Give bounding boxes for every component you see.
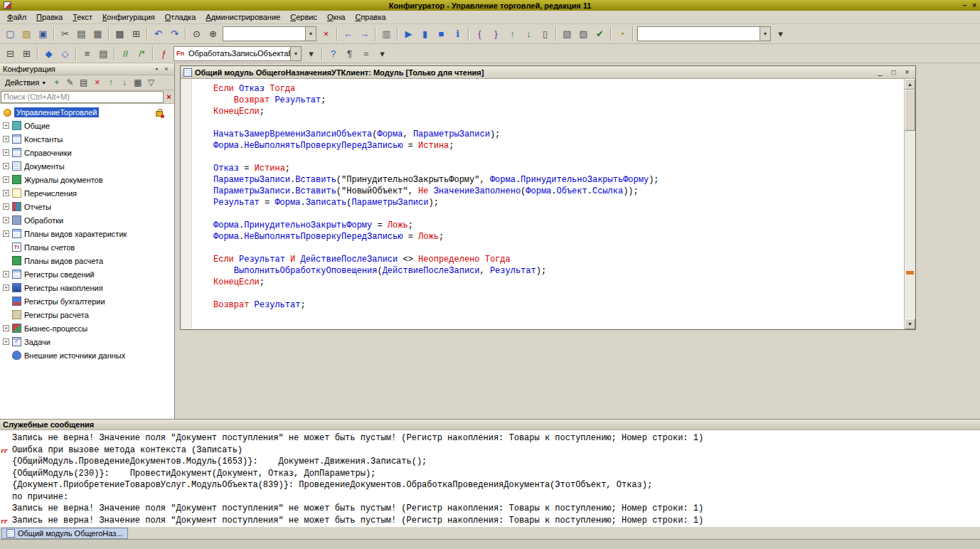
events-icon[interactable]: ≈: [358, 46, 374, 61]
expander-icon[interactable]: +: [3, 203, 9, 210]
pin-icon[interactable]: ▪: [151, 65, 161, 74]
debug-pause-icon[interactable]: ▮: [417, 26, 433, 42]
procedures-list-icon[interactable]: ¶: [341, 46, 358, 61]
print-preview-icon[interactable]: ⊞: [128, 26, 144, 42]
delete-icon[interactable]: ×: [90, 76, 104, 89]
template-icon[interactable]: ▧: [559, 26, 575, 42]
bookmark-icon[interactable]: ◆: [41, 46, 57, 61]
tree-item[interactable]: +Бизнес-процессы: [0, 321, 174, 335]
chevron-down-icon[interactable]: ▼: [305, 27, 316, 41]
quick-search-combo[interactable]: ▼: [223, 26, 316, 41]
proc-close-icon[interactable]: }: [488, 26, 504, 42]
goto-definition-icon[interactable]: ƒ: [156, 46, 172, 61]
debug-start-icon[interactable]: ▶: [400, 26, 417, 42]
editor-close-button[interactable]: ×: [902, 68, 912, 77]
expander-icon[interactable]: +: [3, 230, 9, 237]
tree-item[interactable]: +Журналы документов: [0, 173, 174, 186]
syntax-check-icon[interactable]: ✔: [592, 26, 608, 42]
debug-stop-icon[interactable]: ■: [433, 26, 449, 42]
chevron-down-icon[interactable]: ▼: [760, 27, 770, 41]
tree-item[interactable]: +Регистры накопления: [0, 281, 174, 294]
add-icon[interactable]: +: [50, 76, 63, 89]
tree-item[interactable]: +Общие: [0, 119, 174, 132]
find-icon[interactable]: ⊙: [188, 26, 205, 42]
format-block-icon[interactable]: ▤: [95, 46, 112, 61]
panel-close-icon[interactable]: ×: [161, 65, 171, 74]
find-replace-icon[interactable]: ⊕: [205, 26, 221, 42]
quick-search-combo-input[interactable]: [223, 27, 305, 41]
tree-item[interactable]: +Перечисления: [0, 186, 174, 200]
expander-icon[interactable]: +: [3, 176, 9, 183]
cut-icon[interactable]: ✂: [57, 26, 73, 42]
tree-root-item[interactable]: УправлениеТорговлей: [0, 106, 174, 119]
menu-item-2[interactable]: Текст: [68, 11, 97, 23]
paste-icon[interactable]: ▦: [90, 26, 106, 42]
code-editor[interactable]: Если Отказ Тогда Возврат Результат;Конец…: [192, 79, 904, 329]
undo-icon[interactable]: ↶: [150, 26, 166, 42]
editor-titlebar[interactable]: Общий модуль ОбщегоНазначенияУТКлиент: М…: [181, 66, 915, 79]
message-line[interactable]: rrОшибка при вызове метода контекста (За…: [0, 444, 980, 457]
expander-icon[interactable]: +: [3, 325, 9, 331]
global-search-combo-input[interactable]: [638, 27, 760, 41]
tree-item[interactable]: +Планы видов характеристик: [0, 227, 174, 240]
editor-minimize-button[interactable]: _: [875, 68, 885, 77]
tree-item[interactable]: +Планы счетов: [0, 240, 174, 254]
message-line[interactable]: {ОбщийМодуль.ПроведениеДокументов.Модуль…: [0, 456, 980, 468]
menu-item-7[interactable]: Окна: [322, 11, 351, 23]
scroll-down-icon[interactable]: ▼: [905, 319, 915, 329]
menu-item-5[interactable]: Администрирование: [201, 11, 285, 23]
redo-icon[interactable]: ↷: [166, 26, 183, 42]
move-up-icon[interactable]: ↑: [104, 76, 117, 89]
message-line[interactable]: Запись не верна! Значение поля "Документ…: [0, 503, 980, 515]
uncomment-icon[interactable]: /*: [134, 46, 150, 61]
module-procedure-combo[interactable]: FnОбработатьЗаписьОбъектаВФ▼: [174, 46, 302, 61]
stopwatch-icon[interactable]: ◔: [614, 26, 630, 42]
chevron-down-icon[interactable]: ▼: [290, 47, 301, 60]
window-titlebar[interactable]: Конфигуратор - Управление торговлей, ред…: [0, 0, 980, 11]
scroll-up-icon[interactable]: ▲: [905, 79, 915, 90]
open-icon[interactable]: ▨: [18, 26, 35, 42]
sort-icon[interactable]: ▦: [131, 76, 144, 89]
more2-icon[interactable]: ▾: [374, 46, 390, 61]
expander-icon[interactable]: +: [3, 136, 9, 142]
menu-item-1[interactable]: Правка: [31, 11, 68, 23]
menu-item-0[interactable]: Файл: [2, 11, 31, 23]
messages-body[interactable]: Запись не верна! Значение поля "Документ…: [0, 430, 980, 526]
message-line[interactable]: по причине:: [0, 491, 980, 503]
expander-icon[interactable]: +: [3, 149, 9, 156]
help-contents-icon[interactable]: ?: [325, 46, 341, 61]
clear-search-icon[interactable]: ×: [318, 26, 334, 42]
proc-down-icon[interactable]: ↓: [521, 26, 537, 42]
forward-icon[interactable]: →: [356, 26, 373, 42]
back-icon[interactable]: ←: [340, 26, 356, 42]
actions-menu-button[interactable]: Действия ▼: [1, 76, 50, 89]
module-text-icon[interactable]: ▯: [537, 26, 553, 42]
close-button[interactable]: ×: [972, 1, 976, 9]
more-icon[interactable]: ▾: [772, 26, 789, 42]
tree-item[interactable]: +Отчеты: [0, 200, 174, 213]
window-split-icon[interactable]: ⊟: [2, 46, 18, 61]
editor-window-tab[interactable]: Общий модуль ОбщегоНаз...: [1, 528, 128, 539]
message-line[interactable]: {Документ.ПриобретениеТоваровУслуг.Модул…: [0, 479, 980, 491]
bookmark-next-icon[interactable]: ◇: [57, 46, 73, 61]
scroll-track[interactable]: [905, 90, 915, 319]
tree-item[interactable]: +Обработки: [0, 213, 174, 227]
breakpoint-gutter[interactable]: [181, 79, 192, 329]
tree-item[interactable]: +Справочники: [0, 146, 174, 159]
window-new-icon[interactable]: ⊞: [18, 46, 35, 61]
expander-icon[interactable]: +: [3, 217, 9, 223]
tree-item[interactable]: +Регистры бухгалтерии: [0, 294, 174, 308]
copy-icon[interactable]: ▤: [73, 26, 90, 42]
filter-icon[interactable]: ▽: [144, 76, 158, 89]
tree-item[interactable]: +Планы видов расчета: [0, 254, 174, 267]
format-icon[interactable]: ≡: [79, 46, 95, 61]
scroll-thumb[interactable]: [905, 90, 915, 131]
tree-item[interactable]: +Задачи: [0, 335, 174, 348]
proc-up-icon[interactable]: ↑: [504, 26, 521, 42]
menu-item-4[interactable]: Отладка: [160, 11, 201, 23]
message-line[interactable]: {ОбщийМодуль(230)}: ПровестиДокумент(Док…: [0, 468, 980, 480]
search-clear-icon[interactable]: ×: [164, 92, 174, 101]
expander-icon[interactable]: +: [3, 122, 9, 129]
print-icon[interactable]: ▩: [112, 26, 128, 42]
expander-icon[interactable]: +: [3, 284, 9, 291]
